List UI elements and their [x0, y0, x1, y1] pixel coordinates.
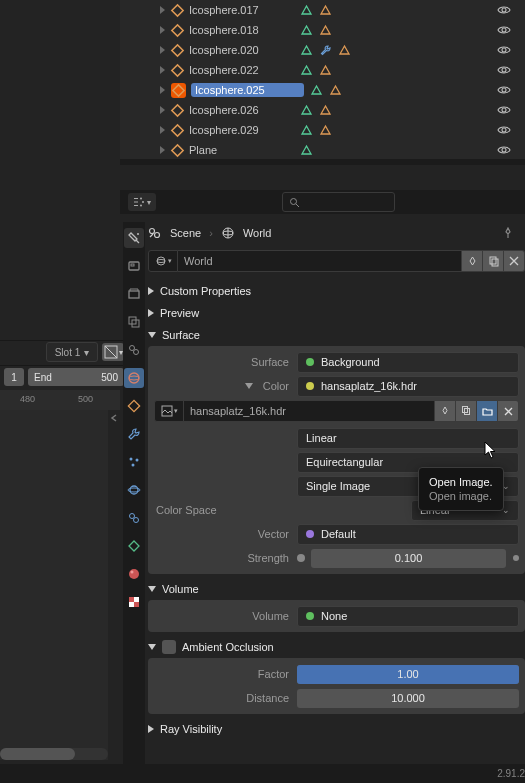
expand-icon[interactable]	[160, 126, 165, 134]
tab-viewlayer[interactable]	[124, 312, 144, 332]
image-name-field[interactable]: hansaplatz_16k.hdr	[184, 400, 435, 422]
expand-icon[interactable]	[245, 383, 253, 389]
material-icon	[319, 104, 332, 117]
interpolation-select[interactable]: Linear	[297, 428, 519, 449]
breadcrumb-scene[interactable]: Scene	[170, 227, 201, 239]
object-name[interactable]: Icosphere.022	[189, 64, 294, 76]
breadcrumb-world[interactable]: World	[243, 227, 272, 239]
ao-distance-field[interactable]: 10.000	[297, 689, 519, 708]
tab-material[interactable]	[124, 564, 144, 584]
anim-dot-icon[interactable]	[513, 555, 519, 561]
svg-point-46	[129, 569, 139, 579]
new-world-button[interactable]	[483, 250, 504, 272]
timeline-area[interactable]	[0, 410, 108, 760]
expand-icon[interactable]	[160, 146, 165, 154]
visibility-toggle[interactable]	[497, 103, 511, 117]
visibility-toggle[interactable]	[497, 23, 511, 37]
tab-world[interactable]	[124, 368, 144, 388]
svg-point-24	[150, 229, 155, 234]
frame-start[interactable]: 1	[4, 368, 24, 386]
object-name[interactable]: Plane	[189, 144, 294, 156]
ruler-tick: 500	[78, 394, 93, 404]
outliner-row[interactable]: Icosphere.018	[120, 20, 525, 40]
world-name-field[interactable]	[178, 250, 462, 272]
outliner-row[interactable]: Icosphere.017	[120, 0, 525, 20]
expand-icon[interactable]	[160, 66, 165, 74]
tab-tool[interactable]	[124, 228, 144, 248]
visibility-toggle[interactable]	[497, 83, 511, 97]
expand-icon[interactable]	[160, 6, 165, 14]
unlink-world-button[interactable]	[504, 250, 525, 272]
outliner-row[interactable]: Icosphere.020	[120, 40, 525, 60]
display-channels[interactable]: ▾	[102, 343, 124, 361]
tab-particles[interactable]	[124, 452, 144, 472]
editor-type[interactable]: ▾	[128, 193, 156, 211]
expand-icon[interactable]	[160, 86, 165, 94]
expand-icon[interactable]	[160, 26, 165, 34]
outliner-row[interactable]: Icosphere.022	[120, 60, 525, 80]
render-slot-select[interactable]: Slot 1▾	[46, 342, 98, 362]
ao-header[interactable]: Ambient Occlusion	[148, 636, 525, 658]
fake-user-button[interactable]	[462, 250, 483, 272]
material-icon	[319, 64, 332, 77]
surface-header[interactable]: Surface	[148, 324, 525, 346]
image-open-button[interactable]	[477, 400, 498, 422]
visibility-toggle[interactable]	[497, 63, 511, 77]
image-fake-user-button[interactable]	[435, 400, 456, 422]
tab-render[interactable]	[124, 256, 144, 276]
object-name[interactable]: Icosphere.026	[189, 104, 294, 116]
custom-properties-header[interactable]: Custom Properties	[148, 280, 525, 302]
tab-data[interactable]	[124, 536, 144, 556]
filter-search[interactable]	[282, 192, 395, 212]
svg-rect-19	[134, 205, 138, 206]
object-name[interactable]: Icosphere.018	[189, 24, 294, 36]
object-name[interactable]: Icosphere.029	[189, 124, 294, 136]
visibility-toggle[interactable]	[497, 143, 511, 157]
visibility-toggle[interactable]	[497, 3, 511, 17]
image-datablock-icon[interactable]: ▾	[154, 400, 184, 422]
tab-output[interactable]	[124, 284, 144, 304]
volume-shader-select[interactable]: None	[297, 606, 519, 627]
collapse-handle[interactable]	[108, 410, 120, 754]
surface-shader-select[interactable]: Background	[297, 352, 519, 373]
outliner-row[interactable]: Plane	[120, 140, 525, 160]
expand-icon[interactable]	[160, 106, 165, 114]
image-unlink-button[interactable]	[498, 400, 519, 422]
color-input-select[interactable]: hansaplatz_16k.hdr	[297, 376, 519, 397]
tab-modifier[interactable]	[124, 424, 144, 444]
scrollbar-thumb[interactable]	[0, 748, 75, 760]
image-new-button[interactable]	[456, 400, 477, 422]
timeline-scrollbar[interactable]	[0, 748, 108, 760]
svg-point-44	[130, 514, 135, 519]
strength-slider[interactable]: 0.100	[311, 549, 506, 568]
ao-checkbox[interactable]	[162, 640, 176, 654]
timeline-ruler[interactable]: 480 500	[0, 390, 120, 410]
preview-header[interactable]: Preview	[148, 302, 525, 324]
outliner-row[interactable]: Icosphere.025	[120, 80, 525, 100]
object-name[interactable]: Icosphere.017	[189, 4, 294, 16]
pin-icon[interactable]	[502, 227, 514, 239]
object-name[interactable]: Icosphere.020	[189, 44, 294, 56]
tab-scene[interactable]	[124, 340, 144, 360]
world-datablock-icon[interactable]: ▾	[148, 250, 178, 272]
tab-constraints[interactable]	[124, 508, 144, 528]
vector-input-select[interactable]: Default	[297, 524, 519, 545]
tab-object[interactable]	[124, 396, 144, 416]
volume-header[interactable]: Volume	[148, 578, 525, 600]
scene-icon	[148, 226, 162, 240]
ray-visibility-header[interactable]: Ray Visibility	[148, 718, 525, 740]
outliner-row[interactable]: Icosphere.029	[120, 120, 525, 140]
frame-end[interactable]: End 500	[28, 368, 124, 386]
ao-factor-slider[interactable]: 1.00	[297, 665, 519, 684]
svg-point-22	[140, 205, 142, 207]
outliner-row[interactable]: Icosphere.026	[120, 100, 525, 120]
object-name[interactable]: Icosphere.025	[191, 83, 304, 97]
tab-physics[interactable]	[124, 480, 144, 500]
tooltip-title: Open Image.	[429, 476, 493, 488]
tab-texture[interactable]	[124, 592, 144, 612]
visibility-toggle[interactable]	[497, 43, 511, 57]
visibility-toggle[interactable]	[497, 123, 511, 137]
expand-icon[interactable]	[160, 46, 165, 54]
section-label: Volume	[162, 583, 199, 595]
svg-rect-31	[129, 291, 139, 298]
